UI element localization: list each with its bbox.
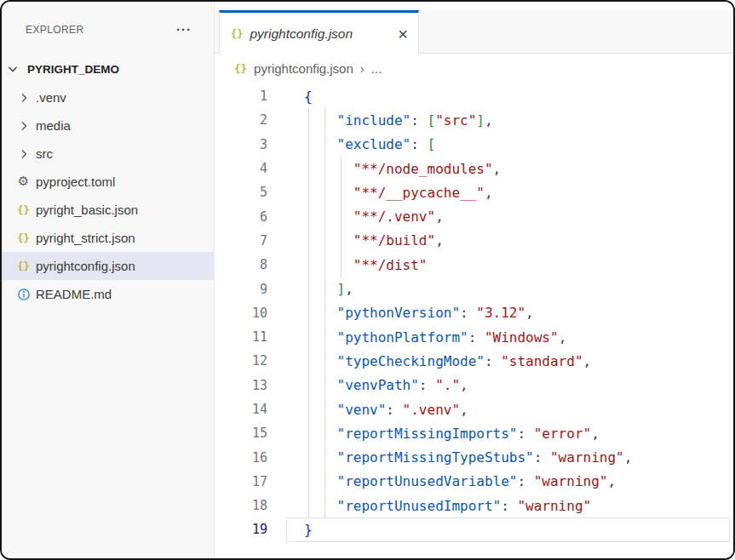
editor-group: {} pyrightconfig.json × {} pyrightconfig… bbox=[215, 2, 733, 558]
line-number: 10 bbox=[215, 306, 267, 321]
code-editor[interactable]: 1{2 "include": ["src"],3 "exclude": [4 "… bbox=[215, 84, 733, 558]
explorer-title: EXPLORER bbox=[26, 24, 84, 36]
tab-bar: {} pyrightconfig.json × bbox=[215, 10, 733, 54]
code-text: "pythonVersion": "3.12", bbox=[304, 305, 534, 321]
line-number: 6 bbox=[215, 209, 267, 225]
code-line[interactable]: 19} bbox=[215, 517, 733, 541]
code-text: "reportMissingTypeStubs": "warning", bbox=[304, 449, 632, 466]
code-line[interactable]: 16 "reportMissingTypeStubs": "warning", bbox=[215, 445, 733, 469]
line-number: 19 bbox=[215, 522, 267, 537]
file-label: src bbox=[36, 146, 53, 161]
chevron-right-icon[interactable] bbox=[16, 91, 31, 105]
section-label: PYRIGHT_DEMO bbox=[27, 63, 119, 76]
file-label: pyright_basic.json bbox=[36, 203, 138, 217]
line-number: 14 bbox=[215, 402, 267, 417]
tab-label: pyrightconfig.json bbox=[250, 26, 389, 42]
code-text: "include": ["src"], bbox=[304, 112, 493, 129]
file-tree: .venv media src ⚙ pyproject.toml {} bbox=[2, 83, 214, 308]
code-line[interactable]: 8 "**/dist" bbox=[215, 253, 733, 277]
explorer-sidebar: EXPLORER ··· PYRIGHT_DEMO .venv media bbox=[2, 2, 215, 558]
line-number: 3 bbox=[215, 137, 267, 152]
code-line[interactable]: 15 "reportMissingImports": "error", bbox=[215, 421, 733, 445]
code-lines: 1{2 "include": ["src"],3 "exclude": [4 "… bbox=[215, 84, 733, 542]
code-text: { bbox=[304, 89, 313, 105]
line-number: 5 bbox=[215, 185, 267, 200]
file-label: pyright_strict.json bbox=[36, 231, 135, 245]
line-number: 7 bbox=[215, 233, 267, 249]
code-line[interactable]: 14 "venv": ".venv", bbox=[215, 397, 733, 421]
code-line[interactable]: 2 "include": ["src"], bbox=[215, 108, 733, 132]
file-label: pyproject.toml bbox=[36, 174, 115, 189]
breadcrumb: {} pyrightconfig.json › ... bbox=[215, 54, 382, 82]
sidebar-item-venv[interactable]: .venv bbox=[2, 83, 214, 111]
more-actions-icon[interactable]: ··· bbox=[176, 26, 192, 34]
line-number: 16 bbox=[215, 450, 267, 466]
code-text: } bbox=[304, 522, 313, 538]
code-text: ], bbox=[304, 281, 353, 297]
json-braces-icon: {} bbox=[231, 28, 243, 40]
line-number: 13 bbox=[215, 378, 267, 393]
line-number: 2 bbox=[215, 112, 267, 128]
sidebar-item-src[interactable]: src bbox=[2, 140, 214, 168]
sidebar-item-pyright-strict-json[interactable]: {} pyright_strict.json bbox=[2, 224, 214, 252]
json-braces-icon: {} bbox=[16, 232, 31, 244]
vscode-window: EXPLORER ··· PYRIGHT_DEMO .venv media bbox=[0, 0, 735, 560]
sidebar-item-pyright-basic-json[interactable]: {} pyright_basic.json bbox=[2, 196, 214, 224]
breadcrumb-file[interactable]: pyrightconfig.json bbox=[254, 61, 353, 76]
code-line[interactable]: 3 "exclude": [ bbox=[215, 133, 733, 157]
code-text: "typeCheckingMode": "standard", bbox=[304, 353, 591, 369]
file-label: media bbox=[36, 118, 71, 133]
code-line[interactable]: 18 "reportUnusedImport": "warning" bbox=[215, 494, 733, 517]
line-number: 12 bbox=[215, 353, 267, 369]
code-text: "reportUnusedVariable": "warning", bbox=[304, 473, 616, 489]
code-line[interactable]: 10 "pythonVersion": "3.12", bbox=[215, 301, 733, 325]
code-text: "exclude": [ bbox=[304, 136, 435, 152]
sidebar-section-pyright-demo[interactable]: PYRIGHT_DEMO bbox=[5, 58, 214, 80]
code-line[interactable]: 11 "pythonPlatform": "Windows", bbox=[215, 325, 733, 349]
json-braces-icon: {} bbox=[16, 204, 31, 216]
line-number: 4 bbox=[215, 161, 267, 176]
json-braces-icon: {} bbox=[234, 62, 247, 75]
file-label: README.md bbox=[36, 287, 112, 301]
code-line[interactable]: 7 "**/build", bbox=[215, 229, 733, 253]
sidebar-item-pyrightconfig-json[interactable]: {} pyrightconfig.json bbox=[2, 252, 214, 280]
code-text: "reportUnusedImport": "warning" bbox=[304, 498, 591, 514]
code-line[interactable]: 13 "venvPath": ".", bbox=[215, 374, 733, 397]
code-line[interactable]: 9 ], bbox=[215, 277, 733, 300]
breadcrumb-more[interactable]: ... bbox=[371, 61, 382, 76]
code-line[interactable]: 6 "**/.venv", bbox=[215, 204, 733, 228]
breadcrumb-separator: › bbox=[360, 61, 365, 76]
chevron-right-icon[interactable] bbox=[16, 147, 31, 161]
json-braces-icon: {} bbox=[16, 260, 31, 272]
line-number: 8 bbox=[215, 257, 267, 272]
sidebar-item-pyproject-toml[interactable]: ⚙ pyproject.toml bbox=[2, 168, 214, 196]
chevron-right-icon[interactable] bbox=[16, 119, 31, 133]
line-number: 18 bbox=[215, 498, 267, 513]
code-text: "**/build", bbox=[304, 232, 444, 249]
code-text: "reportMissingImports": "error", bbox=[304, 426, 600, 442]
line-number: 15 bbox=[215, 426, 267, 441]
line-number: 1 bbox=[215, 89, 267, 104]
code-text: "**/__pycache__", bbox=[304, 185, 493, 201]
sidebar-item-readme-md[interactable]: README.md bbox=[2, 280, 214, 308]
tab-pyrightconfig-json[interactable]: {} pyrightconfig.json × bbox=[219, 10, 419, 54]
close-icon[interactable]: × bbox=[396, 26, 410, 43]
explorer-header: EXPLORER ··· bbox=[26, 24, 192, 36]
code-line[interactable]: 5 "**/__pycache__", bbox=[215, 180, 733, 204]
sidebar-item-media[interactable]: media bbox=[2, 111, 214, 140]
line-number: 17 bbox=[215, 474, 267, 489]
file-label: .venv bbox=[36, 90, 66, 105]
file-label: pyrightconfig.json bbox=[36, 259, 135, 273]
code-text: "**/dist" bbox=[304, 257, 428, 273]
line-number: 9 bbox=[215, 282, 267, 297]
line-number: 11 bbox=[215, 329, 267, 345]
code-line[interactable]: 17 "reportUnusedVariable": "warning", bbox=[215, 470, 733, 494]
code-text: "**/.venv", bbox=[304, 209, 444, 225]
code-line[interactable]: 1{ bbox=[215, 84, 733, 108]
gear-icon: ⚙ bbox=[16, 175, 31, 188]
code-line[interactable]: 12 "typeCheckingMode": "standard", bbox=[215, 349, 733, 373]
code-text: "**/node_modules", bbox=[304, 161, 501, 177]
code-line[interactable]: 4 "**/node_modules", bbox=[215, 157, 733, 180]
code-text: "venv": ".venv", bbox=[304, 402, 468, 418]
chevron-down-icon bbox=[5, 62, 20, 76]
